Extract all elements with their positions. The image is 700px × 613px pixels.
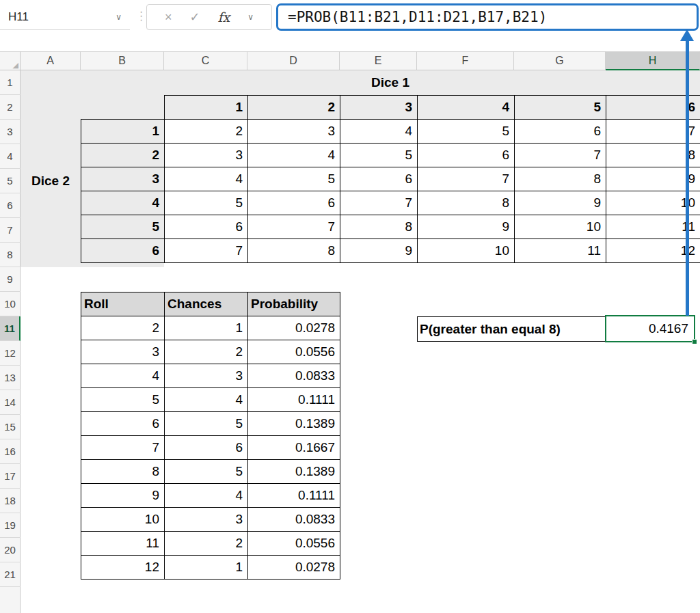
cell-D3[interactable]: 3 xyxy=(248,120,340,144)
cell-B16[interactable]: 7 xyxy=(81,436,165,460)
cell-D5[interactable]: 5 xyxy=(248,167,340,191)
cell-G7[interactable]: 10 xyxy=(515,215,606,239)
select-all-corner[interactable]: ◢ xyxy=(0,51,21,70)
row-header-18[interactable]: 18 xyxy=(0,489,21,513)
row-header-20[interactable]: 20 xyxy=(0,538,21,562)
result-label-cell[interactable]: P(greater than equal 8) xyxy=(417,316,606,342)
cell-B5[interactable]: 3 xyxy=(81,167,165,191)
cell-C5[interactable]: 4 xyxy=(165,167,248,191)
column-header-D[interactable]: D xyxy=(247,51,340,70)
row-header-5[interactable]: 5 xyxy=(0,169,21,193)
name-box-dropdown-icon[interactable]: ∨ xyxy=(116,12,122,22)
cell-D17[interactable]: 0.1389 xyxy=(248,460,340,484)
formula-bar-expand-icon[interactable]: ∨ xyxy=(247,12,254,22)
cell-C13[interactable]: 3 xyxy=(165,364,248,388)
cell-D4[interactable]: 4 xyxy=(248,144,340,167)
cell-D7[interactable]: 7 xyxy=(248,215,340,239)
cell-C7[interactable]: 6 xyxy=(165,215,248,239)
cell-F3[interactable]: 5 xyxy=(418,120,515,144)
formula-input[interactable]: =PROB(B11:B21,D11:D21,B17,B21) xyxy=(276,3,699,31)
enter-icon[interactable]: ✓ xyxy=(189,10,200,25)
row-header-4[interactable]: 4 xyxy=(0,144,21,169)
cell-D15[interactable]: 0.1389 xyxy=(248,412,340,436)
row-header-17[interactable]: 17 xyxy=(0,464,21,489)
cell-C12[interactable]: 2 xyxy=(165,340,248,364)
cell-B8[interactable]: 6 xyxy=(81,239,165,263)
cell-C17[interactable]: 5 xyxy=(165,460,248,484)
cell-B7[interactable]: 5 xyxy=(81,215,165,239)
cell-D11[interactable]: 0.0278 xyxy=(248,316,340,340)
row-header-14[interactable]: 14 xyxy=(0,390,21,415)
cell-E5[interactable]: 6 xyxy=(340,167,418,191)
name-box[interactable]: H11 ∨ xyxy=(0,4,130,30)
cell-D8[interactable]: 8 xyxy=(248,239,340,263)
cell-E2[interactable]: 3 xyxy=(340,96,418,120)
fill-handle[interactable] xyxy=(692,339,697,344)
cell-B17[interactable]: 8 xyxy=(81,460,165,484)
row-header-7[interactable]: 7 xyxy=(0,218,21,243)
column-header-E[interactable]: E xyxy=(340,51,417,70)
row-header-16[interactable]: 16 xyxy=(0,439,21,464)
cell-C4[interactable]: 3 xyxy=(165,144,248,167)
row-header-9[interactable]: 9 xyxy=(0,267,21,292)
cell-B21[interactable]: 12 xyxy=(81,556,165,580)
column-header-F[interactable]: F xyxy=(417,51,514,70)
cell-C16[interactable]: 6 xyxy=(165,436,248,460)
cell-C14[interactable]: 4 xyxy=(165,388,248,412)
cell-D13[interactable]: 0.0833 xyxy=(248,364,340,388)
cell-C11[interactable]: 1 xyxy=(165,316,248,340)
row-header-21[interactable]: 21 xyxy=(0,562,21,587)
cell-C10[interactable]: Chances xyxy=(165,292,248,316)
cell-B18[interactable]: 9 xyxy=(81,484,165,508)
cell-C2[interactable]: 1 xyxy=(165,96,248,120)
cell-B6[interactable]: 4 xyxy=(81,191,165,215)
cell-G5[interactable]: 8 xyxy=(515,167,606,191)
column-header-C[interactable]: C xyxy=(164,51,247,70)
row-header-1[interactable]: 1 xyxy=(0,70,21,95)
cell-B11[interactable]: 2 xyxy=(81,316,165,340)
cell-D19[interactable]: 0.0833 xyxy=(248,508,340,532)
cell-D12[interactable]: 0.0556 xyxy=(248,340,340,364)
cell-C20[interactable]: 2 xyxy=(165,532,248,556)
cell-B15[interactable]: 6 xyxy=(81,412,165,436)
row-header-3[interactable]: 3 xyxy=(0,120,21,144)
cell-F5[interactable]: 7 xyxy=(418,167,515,191)
cell-C8[interactable]: 7 xyxy=(165,239,248,263)
row-header-10[interactable]: 10 xyxy=(0,292,21,316)
cell-B10[interactable]: Roll xyxy=(81,292,165,316)
row-header-13[interactable]: 13 xyxy=(0,366,21,390)
cell-D18[interactable]: 0.1111 xyxy=(248,484,340,508)
cell-C15[interactable]: 5 xyxy=(165,412,248,436)
cell-E3[interactable]: 4 xyxy=(340,120,418,144)
cell-dice2-title[interactable]: Dice 2 xyxy=(21,169,81,193)
cell-C21[interactable]: 1 xyxy=(165,556,248,580)
cell-C19[interactable]: 3 xyxy=(165,508,248,532)
cell-D2[interactable]: 2 xyxy=(248,96,340,120)
cell-E8[interactable]: 9 xyxy=(340,239,418,263)
cell-B20[interactable]: 11 xyxy=(81,532,165,556)
row-header-15[interactable]: 15 xyxy=(0,415,21,439)
cell-B4[interactable]: 2 xyxy=(81,144,165,167)
column-header-B[interactable]: B xyxy=(81,51,164,70)
cell-dice1-title[interactable]: Dice 1 xyxy=(81,70,700,95)
cell-E4[interactable]: 5 xyxy=(340,144,418,167)
cell-D10[interactable]: Probability xyxy=(248,292,340,316)
selected-cell[interactable]: 0.4167 xyxy=(605,315,695,342)
cell-B3[interactable]: 1 xyxy=(81,120,165,144)
row-header-12[interactable]: 12 xyxy=(0,341,21,366)
cell-E7[interactable]: 8 xyxy=(340,215,418,239)
row-header-8[interactable]: 8 xyxy=(0,243,21,267)
cell-B2[interactable] xyxy=(81,96,165,120)
cell-G6[interactable]: 9 xyxy=(515,191,606,215)
cancel-icon[interactable]: × xyxy=(165,10,172,25)
insert-function-icon[interactable]: fx xyxy=(218,10,230,25)
cell-D14[interactable]: 0.1111 xyxy=(248,388,340,412)
cell-G3[interactable]: 6 xyxy=(515,120,606,144)
cell-C18[interactable]: 4 xyxy=(165,484,248,508)
cell-C3[interactable]: 2 xyxy=(165,120,248,144)
cell-B14[interactable]: 5 xyxy=(81,388,165,412)
column-header-G[interactable]: G xyxy=(514,51,606,70)
cell-E6[interactable]: 7 xyxy=(340,191,418,215)
cell-B13[interactable]: 4 xyxy=(81,364,165,388)
cell-G4[interactable]: 7 xyxy=(515,144,606,167)
